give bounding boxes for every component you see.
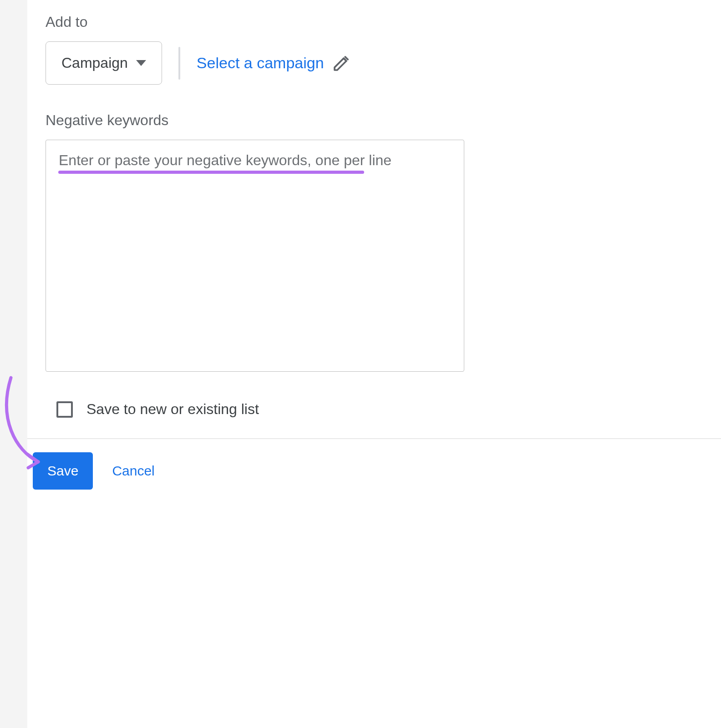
addto-dropdown[interactable]: Campaign [46,41,162,85]
select-campaign-text: Select a campaign [197,54,324,72]
footer-actions: Save Cancel [33,452,155,490]
negative-keywords-textarea[interactable] [46,140,464,372]
pencil-icon [332,54,350,72]
left-gutter [0,0,27,728]
save-to-list-checkbox[interactable] [56,401,73,418]
addto-dropdown-value: Campaign [61,55,128,71]
horizontal-divider [27,438,721,439]
addto-label: Add to [46,14,703,30]
cancel-button[interactable]: Cancel [112,463,154,479]
addto-row: Campaign Select a campaign [46,41,703,85]
save-button[interactable]: Save [33,452,93,490]
negative-keywords-label: Negative keywords [46,112,703,129]
select-campaign-link[interactable]: Select a campaign [197,54,350,72]
save-to-list-label: Save to new or existing list [86,401,259,418]
save-to-list-row[interactable]: Save to new or existing list [56,401,703,418]
form-panel: Add to Campaign Select a campaign Negati… [27,0,721,440]
vertical-divider [178,47,180,80]
caret-down-icon [136,60,146,66]
negative-keywords-wrap [46,140,703,374]
